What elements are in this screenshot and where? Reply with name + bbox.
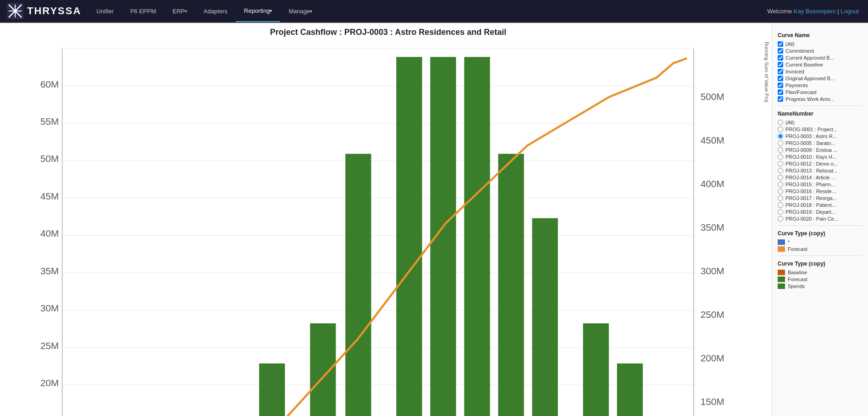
legend-star-label: * [788, 239, 790, 245]
radio-proj0012-input[interactable] [778, 161, 783, 166]
checkbox-original-approved-b-label: Original Approved B... [785, 76, 835, 81]
checkbox-current-approved-b: Current Approved B... [778, 55, 862, 61]
radio-proj0015-input[interactable] [778, 182, 783, 187]
checkbox-payments-label: Payments [785, 83, 808, 88]
svg-text:350M: 350M [701, 222, 724, 233]
radio-proj0015-label: PROJ-0015 : Pharm... [785, 182, 835, 187]
chart-area: Project Cashflow : PROJ-0003 : Astro Res… [0, 23, 772, 416]
radio-proj0013-input[interactable] [778, 168, 783, 173]
bar-sep20a [498, 154, 524, 416]
bar-may20a [310, 323, 336, 416]
radio-proj0014-input[interactable] [778, 175, 783, 180]
nav-unifier[interactable]: Unifier [88, 0, 122, 22]
svg-text:45M: 45M [40, 191, 59, 201]
radio-proj0017-input[interactable] [778, 195, 783, 201]
bar-nov20b [617, 363, 643, 416]
nav-links: Unifier P6 EPPM ERP Adapters Reporting M… [88, 0, 321, 22]
radio-proj0010-input[interactable] [778, 154, 783, 160]
checkbox-invoiced-input[interactable] [778, 69, 783, 74]
nav-p6eppm[interactable]: P6 EPPM [122, 0, 164, 22]
svg-text:150M: 150M [701, 396, 724, 407]
nav-adapters[interactable]: Adapters [195, 0, 236, 22]
radio-proj0017: PROJ-0017 : Reorga... [778, 195, 862, 201]
svg-text:30M: 30M [40, 303, 59, 313]
navbar: THRYSSA Unifier P6 EPPM ERP Adapters Rep… [0, 0, 868, 23]
nav-manage[interactable]: Manage [280, 0, 321, 22]
radio-proj0019-label: PROJ-0019 : Depart... [785, 209, 835, 215]
svg-text:400M: 400M [701, 178, 724, 189]
curve-type-copy2-title: Curve Type (copy) [778, 261, 862, 267]
nav-reporting[interactable]: Reporting [236, 0, 280, 22]
bar-may20b [345, 154, 371, 416]
checkbox-commitment-input[interactable] [778, 48, 783, 54]
legend-swatch-dark-orange [778, 270, 785, 275]
radio-proj0005-input[interactable] [778, 140, 783, 146]
chart-svg: 0M 5M 10M 15M 20M 25M 30M 35M 40M 45M 50… [15, 42, 762, 416]
checkbox-all-input[interactable] [778, 41, 783, 47]
legend-swatch-blue [778, 239, 785, 245]
legend-forecast-copy1: Forecast [778, 246, 862, 252]
radio-proj0014: PROJ-0014 : Article ... [778, 175, 862, 180]
curve-type-copy1-title: Curve Type (copy) [778, 230, 862, 237]
radio-prog0001-input[interactable] [778, 127, 783, 132]
radio-proj0005-label: PROJ-0005 : Sarato... [785, 140, 835, 146]
checkbox-plan-forecast-input[interactable] [778, 89, 783, 95]
nav-right: Welcome Kay Bosompem | Logout [767, 8, 868, 15]
checkbox-all-label: (All) [785, 41, 795, 47]
checkbox-current-baseline-input[interactable] [778, 62, 783, 67]
svg-text:60M: 60M [40, 78, 59, 89]
sidebar: Curve Name (All) Commitment Current Appr… [772, 23, 868, 416]
svg-text:450M: 450M [701, 135, 724, 145]
radio-all-label: (All) [785, 120, 795, 125]
radio-all-input[interactable] [778, 120, 783, 125]
radio-proj0016: PROJ-0016 : Reside... [778, 189, 862, 194]
svg-text:50M: 50M [40, 153, 59, 164]
legend-forecast-copy2-label: Forecast [788, 277, 807, 282]
radio-proj0019: PROJ-0019 : Depart... [778, 209, 862, 215]
legend-swatch-spends [778, 283, 785, 289]
checkbox-current-approved-b-input[interactable] [778, 55, 783, 61]
radio-proj0003-input[interactable] [778, 133, 783, 139]
radio-proj0018: PROJ-0018 : Patient... [778, 202, 862, 208]
radio-proj0003: PROJ-0003 : Astro R... [778, 133, 862, 139]
checkbox-invoiced-label: Invoiced [785, 69, 804, 74]
radio-proj0016-input[interactable] [778, 189, 783, 194]
logo-area: THRYSSA [0, 3, 88, 19]
radio-proj0005: PROJ-0005 : Sarato... [778, 140, 862, 146]
radio-proj0020-label: PROJ-0020 : Pain Ce... [785, 216, 838, 222]
bar-jul20b [430, 57, 456, 416]
checkbox-original-approved-b-input[interactable] [778, 76, 783, 81]
bar-aug20 [464, 57, 490, 416]
radio-proj0014-label: PROJ-0014 : Article ... [785, 175, 835, 180]
checkbox-progress-work-input[interactable] [778, 96, 783, 102]
radio-proj0019-input[interactable] [778, 209, 783, 215]
checkbox-all: (All) [778, 41, 862, 47]
nav-erp[interactable]: ERP [164, 0, 195, 22]
radio-proj0016-label: PROJ-0016 : Reside... [785, 189, 836, 194]
logo-icon [7, 3, 23, 19]
radio-all: (All) [778, 120, 862, 125]
radio-proj0018-label: PROJ-0018 : Patient... [785, 202, 836, 208]
checkbox-progress-work: Progress Work Amo... [778, 96, 862, 102]
y-axis-right-label: Running Sum of Value Proj [762, 42, 772, 416]
legend-spends-label: Spends [788, 283, 805, 289]
svg-text:25M: 25M [40, 340, 59, 351]
logout-link[interactable]: Logout [840, 8, 859, 15]
user-name-link[interactable]: Kay Bosompem [794, 8, 836, 15]
radio-proj0018-input[interactable] [778, 202, 783, 208]
checkbox-plan-forecast-label: Plan/Forecast [785, 89, 817, 95]
radio-proj0012: PROJ-0012 : Demo o... [778, 161, 862, 166]
legend-baseline: Baseline [778, 270, 862, 275]
radio-proj0020-input[interactable] [778, 216, 783, 222]
svg-text:55M: 55M [40, 116, 59, 127]
checkbox-payments: Payments [778, 83, 862, 88]
checkbox-payments-input[interactable] [778, 83, 783, 88]
radio-prog0001-label: PROG-0001 : Project... [785, 127, 837, 132]
y-axis-left-label: Value Proj [5, 42, 15, 416]
radio-proj0009-input[interactable] [778, 147, 783, 153]
radio-proj0013: PROJ-0013 : Relocat... [778, 168, 862, 173]
chart-inner: 0M 5M 10M 15M 20M 25M 30M 35M 40M 45M 50… [15, 42, 762, 416]
radio-proj0010-label: PROJ-0010 : Kays H... [785, 154, 836, 160]
checkbox-commitment-label: Commitment [785, 48, 814, 54]
bar-mar20b [259, 363, 285, 416]
